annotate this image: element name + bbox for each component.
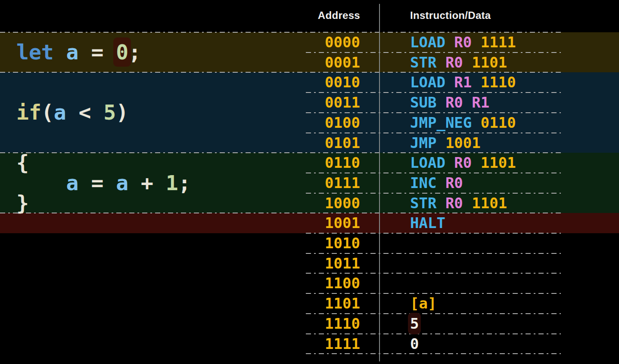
source-token: } <box>16 191 29 215</box>
memory-address: 0101 <box>276 133 360 153</box>
memory-address: 1111 <box>276 334 360 354</box>
memory-instruction: SUB R0 R1 <box>410 93 489 113</box>
memory-instruction: LOAD R1 1110 <box>410 72 516 93</box>
source-token: ; <box>128 40 141 64</box>
instruction-token: R0 <box>454 154 480 171</box>
instruction-token: INC <box>410 174 445 191</box>
instruction-token: JMP_NEG <box>410 114 481 131</box>
memory-instruction: LOAD R0 1111 <box>410 32 516 52</box>
instruction-token: 1101 <box>481 154 516 171</box>
memory-address: 0010 <box>276 72 360 93</box>
memory-address: 1101 <box>276 293 360 314</box>
source-token: let <box>16 40 54 64</box>
instruction-token: STR <box>410 194 445 212</box>
source-token: a <box>66 40 79 64</box>
source-token: a <box>66 171 79 195</box>
source-token: a <box>54 100 66 124</box>
memory-address: 1001 <box>276 213 360 233</box>
source-line: if(a < 5) <box>16 102 128 123</box>
memory-instruction: [a] <box>410 293 436 314</box>
memory-address: 1110 <box>276 314 360 334</box>
instruction-token: 1101 <box>472 194 507 212</box>
instruction-token: JMP <box>410 134 445 151</box>
source-token: + <box>141 171 153 195</box>
source-token: = <box>91 171 103 195</box>
memory-instruction: 5 <box>410 314 419 334</box>
source-line: let a = 0; <box>16 42 141 62</box>
instruction-token: R0 <box>454 34 480 51</box>
memory-address: 0001 <box>276 52 360 73</box>
memory-address: 0111 <box>276 173 360 193</box>
memory-instruction: 0 <box>410 334 419 354</box>
source-token: ( <box>41 100 54 124</box>
memory-address: 1011 <box>276 253 360 274</box>
source-line: } <box>16 193 191 213</box>
source-token <box>79 171 91 195</box>
source-token: 0 <box>116 40 128 64</box>
instruction-token: 5 <box>410 315 419 332</box>
instruction-token: R0 <box>445 194 472 212</box>
instruction-token: 0110 <box>481 114 516 131</box>
source-token: = <box>91 40 103 64</box>
memory-address: 0000 <box>276 32 360 52</box>
source-token <box>79 40 91 64</box>
code-to-memory-diagram: Address Instruction/Data 0000LOAD R0 111… <box>0 0 619 364</box>
instruction-token: STR <box>410 54 445 71</box>
instruction-token: LOAD <box>410 34 454 51</box>
memory-address: 0110 <box>276 153 360 173</box>
memory-address: 0011 <box>276 93 360 113</box>
source-token <box>128 171 141 195</box>
instruction-token: R0 <box>445 54 472 71</box>
instruction-token: 1110 <box>481 74 516 91</box>
source-token: 5 <box>103 100 116 124</box>
instruction-token: 1101 <box>472 54 507 71</box>
memory-row-1001: 1001HALT <box>0 213 619 233</box>
instruction-token: HALT <box>410 214 445 231</box>
source-token: ) <box>116 100 128 124</box>
memory-row-1110: 11105 <box>0 314 619 334</box>
source-token <box>91 100 103 124</box>
source-token: ; <box>178 171 191 195</box>
instruction-column-header: Instruction/Data <box>410 9 491 22</box>
memory-instruction: STR R0 1101 <box>410 193 507 213</box>
instruction-token: LOAD <box>410 154 454 171</box>
source-token <box>103 171 116 195</box>
source-code-condition: if(a < 5) <box>16 72 128 153</box>
source-code-init: let a = 0; <box>16 32 141 72</box>
instruction-token: 1111 <box>481 34 516 51</box>
memory-instruction: HALT <box>410 213 445 233</box>
instruction-token: R0 <box>445 94 472 111</box>
memory-address: 1000 <box>276 193 360 213</box>
memory-row-1011: 1011 <box>0 253 619 274</box>
instruction-token: R1 <box>472 94 489 111</box>
source-line: a = a + 1; <box>16 173 191 193</box>
instruction-token: LOAD <box>410 74 454 91</box>
memory-row-1101: 1101[a] <box>0 293 619 314</box>
memory-instruction: JMP_NEG 0110 <box>410 113 516 133</box>
source-token <box>66 100 79 124</box>
source-token: if <box>16 100 41 124</box>
source-token: a <box>116 171 128 195</box>
source-token: 1 <box>166 171 178 195</box>
instruction-token: 0 <box>410 335 419 352</box>
memory-address: 1100 <box>276 273 360 293</box>
source-line: { <box>16 153 191 173</box>
address-column-header: Address <box>276 9 360 22</box>
source-token <box>153 171 166 195</box>
memory-address: 1010 <box>276 233 360 253</box>
source-token <box>103 40 116 64</box>
instruction-token: SUB <box>410 94 445 111</box>
instruction-token: R0 <box>445 174 463 191</box>
memory-instruction: LOAD R0 1101 <box>410 153 516 173</box>
source-token: < <box>79 100 91 124</box>
source-code-loop-body: { a = a + 1;} <box>16 153 191 213</box>
memory-row-1010: 1010 <box>0 233 619 253</box>
instruction-token: R1 <box>454 74 480 91</box>
memory-row-1100: 1100 <box>0 273 619 293</box>
memory-address: 0100 <box>276 113 360 133</box>
source-token <box>54 40 66 64</box>
memory-row-1111: 11110 <box>0 334 619 354</box>
instruction-token: [a] <box>410 295 436 312</box>
memory-instruction: STR R0 1101 <box>410 52 507 73</box>
memory-instruction: JMP 1001 <box>410 133 481 153</box>
